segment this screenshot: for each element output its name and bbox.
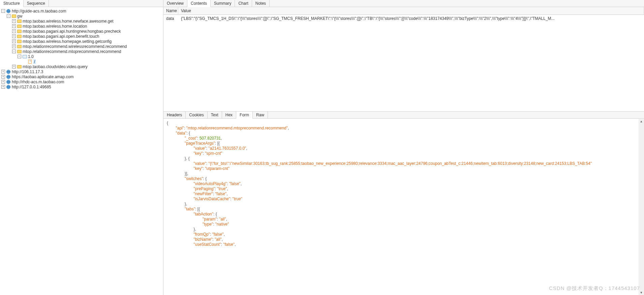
folder-icon	[17, 39, 22, 44]
tab-headers[interactable]: Headers	[163, 112, 186, 118]
tree-toggle[interactable]: +	[1, 75, 5, 79]
contents-table-body: data {"LBS":"{\"SG_TMCS_1H_DS\":\"{\\\"s…	[163, 15, 644, 22]
tree-node-folder[interactable]: + mtop.taobao.wireless.home.newface.awes…	[1, 19, 162, 24]
tree-label: http://106.11.17.3	[12, 69, 43, 74]
contents-upper: Overview Contents Summary Chart Notes Na…	[163, 0, 644, 111]
right-upper-tab-bar: Overview Contents Summary Chart Notes	[163, 0, 644, 7]
tab-overview[interactable]: Overview	[163, 0, 187, 7]
tree-toggle[interactable]: −	[12, 50, 16, 53]
scroll-down-icon[interactable]: ▼	[639, 290, 644, 295]
folder-open-icon	[22, 54, 27, 59]
tree-label: mtop.relationrecommend.wirelessrecommend…	[23, 44, 127, 49]
tree-toggle[interactable]: −	[1, 9, 5, 13]
globe-icon	[6, 80, 11, 84]
tree-label: mtop.taobao.cloudvideo.video.query	[23, 64, 88, 69]
tree-toggle[interactable]: +	[1, 85, 5, 89]
folder-icon	[17, 24, 22, 29]
cell-name: data	[163, 16, 178, 22]
tree-toggle[interactable]: +	[12, 19, 16, 23]
tab-text[interactable]: Text	[208, 112, 222, 118]
tab-structure[interactable]: Structure	[0, 0, 24, 7]
tree-node-host[interactable]: + http://127.0.0.1:49685	[1, 84, 162, 89]
left-tab-bar: Structure Sequence	[0, 0, 163, 7]
tab-raw[interactable]: Raw	[253, 112, 268, 118]
tree-label: /	[33, 59, 36, 64]
tree-toggle[interactable]: +	[12, 24, 16, 28]
json-viewer[interactable]: { "api": "mtop.relationrecommend.mtoprec…	[163, 119, 644, 295]
tree-node-folder[interactable]: + mtop.taobao.pagani.api.huntingnew.hong…	[1, 29, 162, 34]
tree-toggle[interactable]: +	[12, 34, 16, 38]
tree-label: http://127.0.0.1:49685	[12, 85, 51, 89]
tree-label: mtop.relationrecommend.mtoprecommend.rec…	[23, 49, 121, 54]
tree-node-host[interactable]: + http://rhdc-acs.m.taobao.com	[1, 79, 162, 84]
tree-toggle[interactable]: +	[12, 65, 16, 68]
folder-icon	[17, 29, 22, 34]
tree-node-folder[interactable]: + mtop.taobao.pagani.api.open.benefit.to…	[1, 34, 162, 39]
folder-icon	[17, 44, 22, 49]
tree-toggle[interactable]: −	[7, 14, 10, 18]
folder-icon	[17, 19, 22, 24]
tree-node-host[interactable]: − http://guide-acs.m.taobao.com	[1, 8, 162, 13]
tree-label: mtop.taobao.pagani.api.huntingnew.hongba…	[23, 29, 121, 34]
tree-node-file-selected[interactable]: /	[1, 59, 162, 64]
globe-icon	[6, 69, 11, 74]
table-row[interactable]: data {"LBS":"{\"SG_TMCS_1H_DS\":\"{\\\"s…	[163, 15, 644, 22]
tree-label: 1.0	[28, 54, 34, 59]
tree-node-folder[interactable]: + mtop.taobao.wireless.homepage.setting.…	[1, 39, 162, 44]
tree-label: https://taobao.apilocate.amap.com	[12, 75, 73, 79]
structure-tree[interactable]: − http://guide-acs.m.taobao.com − gw + m…	[0, 7, 163, 295]
tree-toggle[interactable]: +	[12, 29, 16, 33]
tab-contents[interactable]: Contents	[187, 0, 211, 7]
tree-toggle[interactable]: +	[1, 70, 5, 73]
tree-node-folder[interactable]: + mtop.relationrecommend.wirelessrecomme…	[1, 44, 162, 49]
tree-node-folder[interactable]: + mtop.taobao.wireless.home.location	[1, 24, 162, 29]
right-lower-tab-bar: Headers Cookies Text Hex Form Raw	[163, 112, 644, 119]
scroll-up-icon[interactable]: ▲	[639, 119, 644, 124]
globe-icon	[6, 9, 11, 13]
left-panel: Structure Sequence − http://guide-acs.m.…	[0, 0, 163, 295]
app-root: Structure Sequence − http://guide-acs.m.…	[0, 0, 644, 295]
globe-icon	[6, 85, 11, 89]
col-header-value[interactable]: Value	[178, 7, 644, 14]
tree-toggle[interactable]: +	[12, 45, 16, 48]
tab-form[interactable]: Form	[236, 112, 253, 119]
tree-node-folder[interactable]: − mtop.relationrecommend.mtoprecommend.r…	[1, 49, 162, 54]
folder-icon	[17, 49, 22, 54]
tree-node-folder[interactable]: − 1.0	[1, 54, 162, 59]
tab-sequence[interactable]: Sequence	[24, 0, 49, 7]
tree-node-folder[interactable]: − gw	[1, 13, 162, 19]
globe-icon	[6, 75, 11, 79]
tree-toggle[interactable]: −	[18, 55, 21, 58]
file-icon	[28, 59, 32, 64]
scrollbar[interactable]: ▲ ▼	[639, 119, 644, 295]
tree-node-host[interactable]: + http://106.11.17.3	[1, 69, 162, 74]
folder-icon	[11, 14, 16, 19]
contents-lower: Headers Cookies Text Hex Form Raw { "api…	[163, 111, 644, 295]
tree-label: mtop.taobao.wireless.home.location	[23, 24, 87, 29]
tree-label: http://guide-acs.m.taobao.com	[12, 9, 66, 13]
col-header-name[interactable]: Name	[163, 7, 178, 14]
tree-toggle[interactable]: +	[12, 39, 16, 43]
right-panel: Overview Contents Summary Chart Notes Na…	[163, 0, 644, 295]
cell-value: {"LBS":"{\"SG_TMCS_1H_DS\":\"{\\\"stores…	[178, 16, 644, 22]
tab-summary[interactable]: Summary	[211, 0, 235, 7]
tree-node-host[interactable]: + https://taobao.apilocate.amap.com	[1, 74, 162, 79]
tree-label: mtop.taobao.pagani.api.open.benefit.touc…	[23, 34, 99, 39]
tree-label: mtop.taobao.wireless.home.newface.awesom…	[23, 19, 113, 24]
contents-table-header: Name Value	[163, 7, 644, 15]
tree-label: gw	[17, 14, 22, 19]
tab-chart[interactable]: Chart	[235, 0, 252, 7]
tree-label: mtop.taobao.wireless.homepage.setting.ge…	[23, 39, 112, 44]
tab-notes[interactable]: Notes	[252, 0, 270, 7]
tab-cookies[interactable]: Cookies	[186, 112, 207, 118]
tree-toggle[interactable]: +	[1, 80, 5, 84]
folder-icon	[17, 64, 22, 69]
folder-icon	[17, 34, 22, 39]
tree-label: http://rhdc-acs.m.taobao.com	[12, 80, 64, 84]
tree-node-folder[interactable]: + mtop.taobao.cloudvideo.video.query	[1, 64, 162, 69]
tab-hex[interactable]: Hex	[222, 112, 236, 118]
